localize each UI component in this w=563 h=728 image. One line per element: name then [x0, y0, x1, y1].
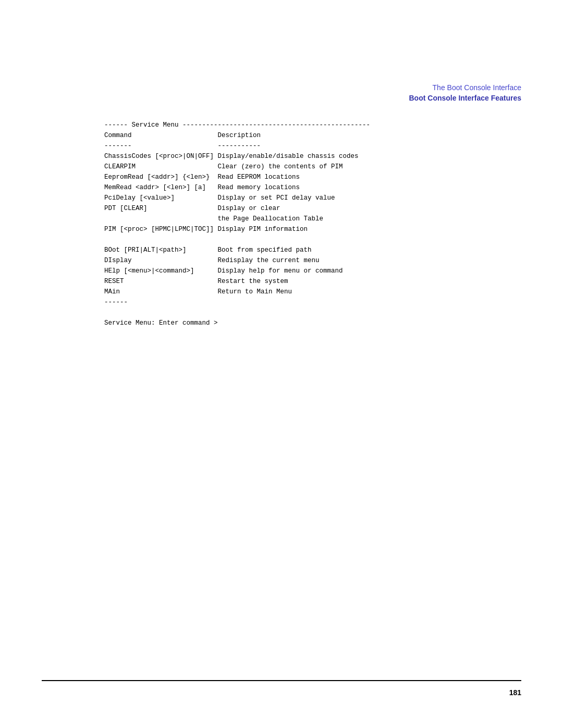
bottom-rule — [42, 680, 521, 681]
content-area: ------ Service Menu --------------------… — [104, 120, 521, 328]
header-link[interactable]: The Boot Console Interface — [409, 83, 522, 92]
page-number: 181 — [509, 688, 521, 697]
header-bold: Boot Console Interface Features — [409, 94, 522, 102]
header-section: The Boot Console Interface Boot Console … — [409, 83, 522, 102]
console-block: ------ Service Menu --------------------… — [104, 120, 521, 328]
page-container: The Boot Console Interface Boot Console … — [0, 0, 563, 728]
